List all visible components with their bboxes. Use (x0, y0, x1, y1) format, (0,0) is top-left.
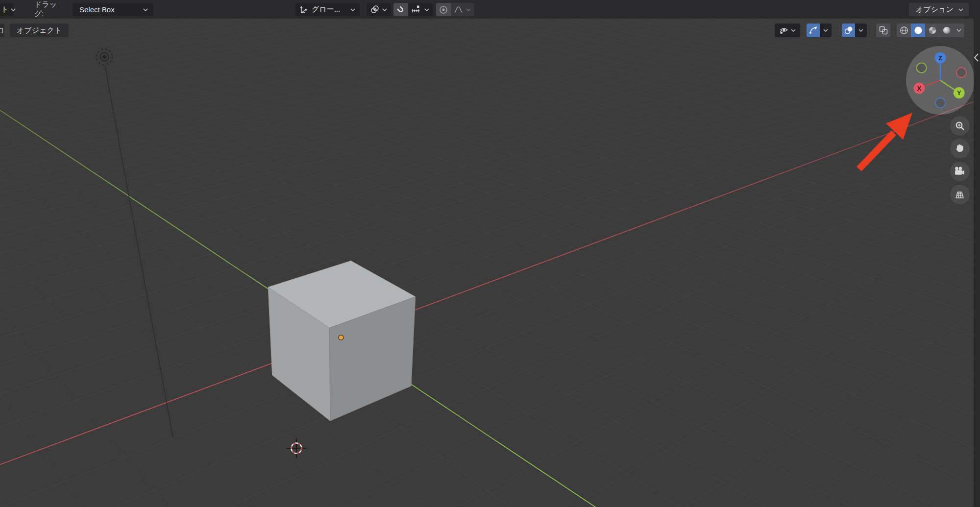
show-gizmo-toggle[interactable] (807, 24, 820, 37)
object-menu-label: オブジェクト (17, 26, 62, 35)
gizmo-axis-neg-z[interactable] (935, 98, 945, 108)
chevron-down-icon (956, 28, 962, 32)
material-sphere-icon (928, 25, 937, 35)
svg-text:Z: Z (938, 54, 942, 62)
wireframe-sphere-icon (899, 25, 909, 35)
shading-solid-button[interactable] (911, 24, 925, 37)
shading-rendered-button[interactable] (939, 24, 954, 37)
rendered-sphere-icon (942, 25, 952, 35)
drag-label: ドラッグ: (34, 0, 65, 19)
active-tool-fragment: ト (1, 5, 8, 14)
pivot-point-dropdown[interactable] (367, 3, 391, 16)
chevron-down-icon (790, 28, 796, 32)
show-overlays-group (842, 24, 867, 37)
transform-orientation-dropdown[interactable]: グロー... (295, 3, 360, 16)
gizmo-arc-icon (808, 25, 818, 35)
gizmo-axis-neg-x[interactable] (956, 68, 966, 77)
shading-material-button[interactable] (925, 24, 939, 37)
chevron-down-icon (858, 28, 864, 32)
overlays-dropdown[interactable] (855, 24, 867, 37)
menu-fragment-text: ロ (0, 26, 4, 35)
snap-target-icon (411, 5, 420, 14)
falloff-dropdown[interactable] (451, 3, 474, 16)
proportional-editing-toggle[interactable] (436, 3, 451, 16)
orientation-axes-icon (299, 5, 308, 14)
chevron-down-icon (466, 8, 471, 12)
toggle-xray-button[interactable] (876, 24, 890, 37)
xray-icon (879, 25, 888, 35)
svg-text:X: X (917, 85, 922, 92)
chevron-down-icon (424, 8, 430, 12)
svg-text:Y: Y (957, 89, 961, 97)
object-menu[interactable]: オブジェクト (10, 24, 69, 37)
object-origin-dot (339, 335, 343, 340)
gizmo-axis-neg-y[interactable] (917, 63, 927, 72)
solid-sphere-icon (913, 25, 923, 35)
viewport-3d[interactable]: XYZ (0, 0, 980, 507)
show-gizmo-group (807, 24, 832, 37)
active-tool-dropdown[interactable]: ト (0, 3, 14, 16)
region-divider (974, 19, 980, 507)
overlays-icon (844, 25, 854, 35)
pivot-point-icon (370, 5, 379, 14)
chevron-down-icon (823, 28, 829, 32)
chevron-down-icon (143, 8, 148, 12)
snap-toggle-button[interactable] (393, 3, 408, 16)
show-overlays-toggle[interactable] (842, 24, 855, 37)
shading-dropdown[interactable] (954, 24, 964, 37)
falloff-curve-icon (454, 5, 463, 14)
chevron-down-icon (958, 8, 964, 12)
navigation-gizmo[interactable]: XYZ (906, 46, 975, 115)
drag-mode-value: Select Box (79, 5, 115, 14)
menu-fragment[interactable]: ロ (0, 24, 4, 37)
viewport-shading-group (897, 24, 964, 37)
magnet-icon (396, 5, 406, 15)
object-visibility-dropdown[interactable] (775, 24, 800, 37)
gizmo-dropdown[interactable] (820, 24, 832, 37)
chevron-down-icon (350, 8, 356, 12)
proportional-editing-icon (439, 5, 448, 15)
eye-visibility-icon (779, 26, 789, 35)
tool-settings-bar: ト ドラッグ: Select Box グロー... (0, 0, 980, 19)
drag-mode-dropdown[interactable]: Select Box (73, 3, 153, 16)
shading-wireframe-button[interactable] (897, 24, 911, 37)
orientation-value: グロー... (312, 5, 340, 14)
options-label: オプション (916, 5, 954, 14)
grid-fade (0, 0, 980, 507)
chevron-down-icon (382, 8, 388, 12)
options-dropdown[interactable]: オプション (909, 3, 969, 16)
chevron-down-icon (10, 8, 16, 12)
snap-target-dropdown[interactable] (408, 3, 433, 16)
